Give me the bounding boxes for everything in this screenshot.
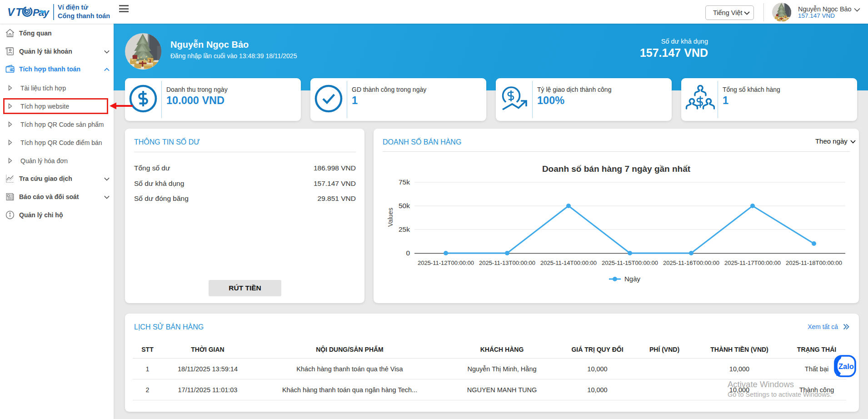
svg-text:2025-11-16T00:00:00: 2025-11-16T00:00:00 bbox=[663, 259, 719, 266]
svg-text:Zalo: Zalo bbox=[838, 362, 854, 370]
svg-text:25k: 25k bbox=[399, 225, 410, 233]
svg-text:75k: 75k bbox=[399, 178, 410, 186]
svg-text:0: 0 bbox=[406, 249, 410, 257]
svg-text:Ngày: Ngày bbox=[624, 275, 641, 283]
svg-text:Values: Values bbox=[387, 208, 394, 227]
svg-text:VT: VT bbox=[7, 6, 23, 18]
svg-text:2025-11-15T00:00:00: 2025-11-15T00:00:00 bbox=[602, 259, 658, 266]
svg-text:50k: 50k bbox=[399, 202, 410, 210]
svg-text:2025-11-14T00:00:00: 2025-11-14T00:00:00 bbox=[540, 259, 597, 266]
svg-text:2025-11-13T00:00:00: 2025-11-13T00:00:00 bbox=[479, 259, 535, 266]
svg-text:2025-11-18T00:00:00: 2025-11-18T00:00:00 bbox=[786, 259, 842, 266]
svg-text:2025-11-17T00:00:00: 2025-11-17T00:00:00 bbox=[724, 259, 781, 266]
svg-text:2025-11-12T00:00:00: 2025-11-12T00:00:00 bbox=[418, 259, 474, 266]
svg-text:Doanh số bán hàng 7 ngày gần n: Doanh số bán hàng 7 ngày gần nhất bbox=[542, 164, 691, 174]
